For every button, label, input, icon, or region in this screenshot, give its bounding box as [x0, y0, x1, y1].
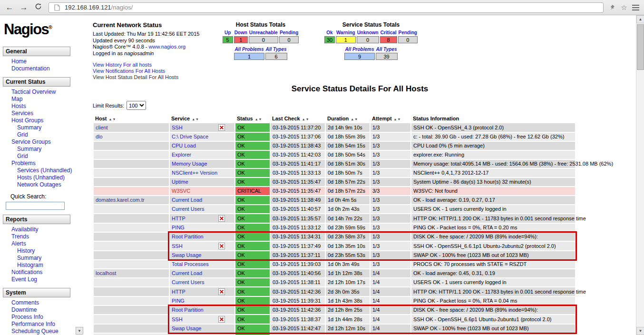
sort-desc-icon[interactable]: ▼: [195, 118, 199, 121]
star-icon[interactable]: ☆: [620, 3, 628, 12]
sort-desc-icon[interactable]: ▼: [112, 118, 116, 121]
service-link[interactable]: Swap Usage: [172, 252, 201, 258]
host-totals-up-link[interactable]: Up: [223, 30, 233, 35]
service-link[interactable]: Root Partition: [172, 234, 204, 240]
address-bar[interactable]: 192.168.169.121/nagios/: [49, 2, 604, 13]
service-all-problems-link[interactable]: All Problems: [344, 47, 374, 52]
sidebar-item-services-unhandled[interactable]: Services (Unhandled): [0, 167, 72, 174]
service-link[interactable]: Current Users: [172, 206, 204, 212]
menu-icon[interactable]: [631, 4, 640, 11]
service-totals-critical-link[interactable]: Critical: [380, 30, 397, 35]
notifications-disabled-icon[interactable]: [218, 316, 225, 323]
sidebar-item-grid[interactable]: Grid: [0, 131, 72, 138]
service-link[interactable]: SSH: [172, 316, 183, 323]
host-link[interactable]: dlo: [96, 134, 103, 139]
sidebar-item-grid[interactable]: Grid: [0, 153, 72, 160]
service-link[interactable]: NSClient++ Version: [172, 170, 217, 176]
service-totals-pending-link[interactable]: Pending: [398, 30, 418, 35]
sidebar-item-host-groups[interactable]: Host Groups: [0, 117, 84, 124]
sidebar-item-hosts[interactable]: Hosts: [0, 103, 84, 110]
sort-asc-icon[interactable]: ▲: [351, 118, 354, 121]
sidebar-item-process-info[interactable]: Process Info: [0, 314, 84, 321]
view-notifications-link[interactable]: View Notifications For All Hosts: [93, 68, 216, 74]
service-link[interactable]: SSH: [172, 243, 183, 249]
service-link[interactable]: HTTP: [172, 289, 185, 295]
host-all-problems-link[interactable]: All Problems: [234, 47, 264, 52]
service-link[interactable]: Root Partition: [172, 307, 204, 313]
sidebar-item-histogram[interactable]: Histogram: [0, 262, 72, 269]
service-totals-ok-link[interactable]: Ok: [324, 30, 335, 35]
host-totals-unreachable-link[interactable]: Unreachable: [249, 30, 278, 35]
sidebar-item-downtime[interactable]: Downtime: [0, 306, 84, 314]
sidebar-item-comments[interactable]: Comments: [0, 299, 84, 306]
back-icon[interactable]: ←: [4, 2, 15, 13]
sidebar-item-documentation[interactable]: Documentation: [0, 65, 84, 72]
sidebar-item-tactical-overview[interactable]: Tactical Overview: [0, 89, 84, 96]
service-link[interactable]: CPU Load: [172, 143, 196, 149]
sort-asc-icon[interactable]: ▲: [394, 118, 398, 121]
service-link[interactable]: Explorer: [172, 152, 191, 158]
service-link[interactable]: Current Users: [172, 279, 204, 286]
notifications-disabled-icon[interactable]: [218, 124, 225, 131]
sort-desc-icon[interactable]: ▼: [398, 118, 401, 121]
service-totals-warning-link[interactable]: Warning: [336, 30, 356, 35]
sort-asc-icon[interactable]: ▲: [302, 118, 306, 121]
sidebar-item-performance-info[interactable]: Performance Info: [0, 321, 84, 328]
sidebar-item-service-groups[interactable]: Service Groups: [0, 138, 84, 146]
sidebar-item-problems[interactable]: Problems: [0, 160, 84, 167]
sidebar-item-services[interactable]: Services: [0, 110, 84, 117]
sort-desc-icon[interactable]: ▼: [259, 118, 263, 121]
sort-asc-icon[interactable]: ▲: [255, 118, 259, 121]
main-scrollbar[interactable]: ▲ ▼: [636, 15, 644, 335]
service-link[interactable]: Swap Usage: [172, 325, 201, 332]
sidebar-scroll-down-button[interactable]: ▼: [76, 327, 83, 335]
sidebar-item-hosts-unhandled[interactable]: Hosts (Unhandled): [0, 174, 72, 181]
service-link[interactable]: C:\ Drive Space: [172, 134, 208, 140]
service-link[interactable]: Uptime: [172, 179, 188, 185]
sidebar-item-trends[interactable]: Trends: [0, 233, 84, 240]
sidebar-item-home[interactable]: Home: [0, 58, 84, 65]
scroll-up-icon[interactable]: ▲: [636, 15, 644, 23]
notifications-disabled-icon[interactable]: [218, 215, 225, 222]
sidebar-item-summary[interactable]: Summary: [0, 255, 72, 262]
host-all-types-link[interactable]: All Types: [265, 47, 287, 52]
service-link[interactable]: PING: [172, 225, 185, 231]
sidebar-item-scheduling-queue[interactable]: Scheduling Queue: [0, 328, 84, 335]
service-link[interactable]: W3SVC: [172, 188, 190, 194]
service-link[interactable]: SSH: [172, 125, 183, 131]
sidebar-item-availability[interactable]: Availability: [0, 226, 84, 233]
host-totals-down-link[interactable]: Down: [234, 30, 248, 35]
view-host-status-link[interactable]: View Host Status Detail For All Hosts: [93, 74, 216, 80]
quick-search-input[interactable]: [6, 202, 65, 210]
service-totals-unknown-link[interactable]: Unknown: [357, 30, 379, 35]
view-history-link[interactable]: View History For all hosts: [93, 62, 216, 68]
sidebar-item-summary[interactable]: Summary: [0, 124, 72, 131]
limit-results-select[interactable]: 100: [127, 101, 146, 110]
sort-asc-icon[interactable]: ▲: [192, 118, 195, 121]
nagios-org-link[interactable]: www.nagios.org: [149, 44, 186, 49]
sidebar-item-network-outages[interactable]: Network Outages: [0, 181, 72, 188]
sidebar-item-event-log[interactable]: Event Log: [0, 276, 84, 283]
nagios-logo[interactable]: Nagios®: [0, 15, 84, 42]
service-all-types-link[interactable]: All Types: [376, 47, 398, 52]
service-link[interactable]: PING: [172, 298, 185, 304]
sort-desc-icon[interactable]: ▼: [306, 118, 310, 121]
host-link[interactable]: domates.karel.com.tr: [96, 197, 145, 203]
refresh-icon[interactable]: [32, 2, 44, 13]
host-link[interactable]: client: [96, 125, 108, 130]
service-link[interactable]: Total Processes: [172, 261, 209, 267]
host-link[interactable]: localhost: [96, 270, 116, 276]
service-link[interactable]: Current Load: [172, 270, 202, 276]
sidebar-item-history[interactable]: History: [0, 247, 72, 255]
sidebar-item-notifications[interactable]: Notifications: [0, 269, 84, 276]
notifications-disabled-icon[interactable]: [218, 288, 225, 295]
notifications-disabled-icon[interactable]: [218, 243, 225, 249]
service-link[interactable]: HTTP: [172, 216, 185, 222]
sidebar-item-alerts[interactable]: Alerts: [0, 240, 84, 247]
sidebar-item-summary[interactable]: Summary: [0, 146, 72, 153]
sort-desc-icon[interactable]: ▼: [354, 118, 358, 121]
scrollbar-thumb[interactable]: [637, 24, 644, 70]
forward-icon[interactable]: →: [18, 2, 29, 13]
host-totals-pending-link[interactable]: Pending: [279, 30, 299, 35]
pin-icon[interactable]: [608, 3, 617, 12]
